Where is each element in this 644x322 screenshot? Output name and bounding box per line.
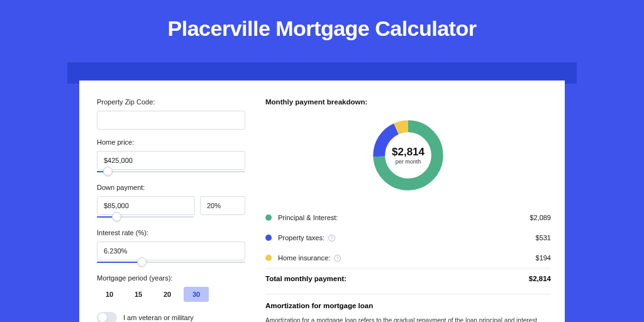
total-label: Total monthly payment: — [265, 275, 529, 282]
zip-label: Property Zip Code: — [97, 98, 245, 106]
legend-dot — [265, 214, 272, 221]
home-price-slider[interactable] — [97, 169, 245, 175]
total-amount: $2,814 — [529, 275, 551, 282]
veteran-row: I am veteran or military — [97, 312, 245, 322]
legend-dot — [265, 255, 272, 261]
legend-row: Property taxes:?$531 — [265, 228, 551, 248]
home-price-input[interactable] — [97, 151, 245, 170]
veteran-label: I am veteran or military — [123, 314, 194, 321]
donut-chart-area: $2,814 per month — [265, 112, 551, 208]
legend-label: Principal & Interest: — [278, 214, 530, 221]
period-option-20[interactable]: 20 — [155, 287, 180, 302]
donut-sub: per month — [396, 158, 421, 165]
page-title: Placerville Mortgage Calculator — [0, 0, 644, 52]
donut-chart: $2,814 per month — [370, 117, 447, 194]
amortization-text: Amortization for a mortgage loan refers … — [265, 316, 551, 322]
home-price-group: Home price: — [97, 138, 245, 175]
donut-amount: $2,814 — [392, 146, 425, 158]
inputs-column: Property Zip Code: Home price: Down paym… — [97, 98, 253, 322]
legend-row: Principal & Interest:$2,089 — [265, 208, 551, 228]
amortization-section: Amortization for mortgage loan Amortizat… — [265, 294, 551, 322]
info-icon[interactable]: ? — [334, 255, 341, 262]
legend-label: Home insurance:? — [278, 254, 536, 262]
veteran-toggle[interactable] — [97, 312, 117, 322]
calculator-card: Property Zip Code: Home price: Down paym… — [79, 80, 565, 322]
period-option-15[interactable]: 15 — [126, 287, 151, 302]
period-label: Mortgage period (years): — [97, 274, 245, 282]
period-option-10[interactable]: 10 — [97, 287, 122, 302]
down-payment-percent-input[interactable] — [200, 196, 245, 215]
period-options: 10152030 — [97, 287, 245, 302]
toggle-knob — [98, 313, 107, 322]
info-icon[interactable]: ? — [328, 235, 335, 242]
legend-label: Property taxes:? — [278, 234, 536, 242]
interest-rate-label: Interest rate (%): — [97, 229, 245, 236]
breakdown-title: Monthly payment breakdown: — [265, 98, 551, 106]
legend-amount: $531 — [536, 234, 551, 242]
home-price-label: Home price: — [97, 138, 245, 146]
legend: Principal & Interest:$2,089Property taxe… — [265, 208, 551, 268]
interest-rate-input[interactable] — [97, 242, 245, 260]
interest-rate-group: Interest rate (%): — [97, 229, 245, 265]
amortization-title: Amortization for mortgage loan — [265, 302, 551, 309]
legend-dot — [265, 235, 272, 241]
period-group: Mortgage period (years): 10152030 — [97, 274, 245, 302]
legend-total-row: Total monthly payment: $2,814 — [265, 268, 551, 289]
legend-amount: $2,089 — [530, 214, 551, 221]
down-payment-group: Down payment: — [97, 184, 245, 220]
legend-row: Home insurance:?$194 — [265, 248, 551, 268]
down-payment-slider[interactable] — [97, 214, 194, 220]
down-payment-label: Down payment: — [97, 184, 245, 191]
period-option-30[interactable]: 30 — [184, 287, 209, 302]
down-payment-amount-input[interactable] — [97, 196, 195, 215]
legend-amount: $194 — [536, 254, 551, 262]
breakdown-column: Monthly payment breakdown: $2,814 per mo… — [253, 98, 551, 322]
zip-input[interactable] — [97, 111, 245, 130]
interest-rate-slider[interactable] — [97, 259, 245, 265]
zip-group: Property Zip Code: — [97, 98, 245, 130]
